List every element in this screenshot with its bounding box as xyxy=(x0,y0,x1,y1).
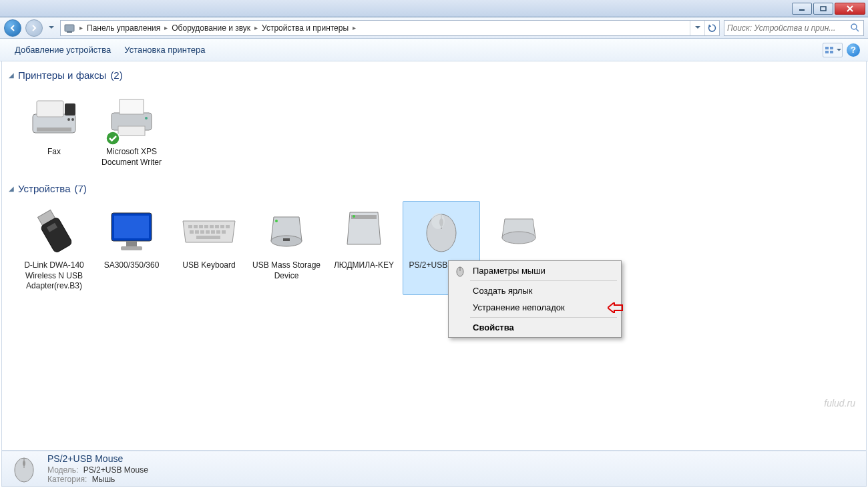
collapse-icon: ◢ xyxy=(9,185,14,192)
command-toolbar: Добавление устройства Установка принтера… xyxy=(0,39,868,61)
breadcrumb-root-arrow[interactable]: ▸ xyxy=(78,24,84,31)
address-bar[interactable]: ▸ Панель управления ▸ Оборудование и зву… xyxy=(60,20,720,36)
context-menu-item-troubleshoot[interactable]: Устранение неполадок xyxy=(450,299,620,316)
device-item-drive[interactable]: ЛЮДМИЛА-KEY xyxy=(325,201,403,295)
device-item-keyboard[interactable]: USB Keyboard xyxy=(170,201,248,295)
devices-items: D-Link DWA-140 Wireless N USB Adapter(re… xyxy=(9,198,859,303)
device-label: SA300/350/360 xyxy=(96,260,167,271)
view-options-button[interactable] xyxy=(823,43,843,57)
group-count: (2) xyxy=(110,69,122,81)
svg-rect-32 xyxy=(215,225,219,228)
device-label: USB Mass Storage Device xyxy=(251,260,322,281)
svg-rect-26 xyxy=(121,246,142,250)
mouse-icon xyxy=(418,208,465,254)
svg-rect-36 xyxy=(195,230,199,234)
breadcrumb-item[interactable]: Оборудование и звук xyxy=(169,23,253,33)
device-label: USB Keyboard xyxy=(174,260,244,271)
svg-rect-37 xyxy=(200,230,204,234)
breadcrumb-arrow[interactable]: ▸ xyxy=(253,24,259,31)
svg-rect-6 xyxy=(830,47,833,49)
svg-point-51 xyxy=(431,213,445,229)
context-menu-item-properties[interactable]: Свойства xyxy=(450,319,620,336)
svg-rect-28 xyxy=(194,225,198,228)
printers-items: Fax Microsoft XPS Document Writer xyxy=(9,85,859,179)
svg-rect-29 xyxy=(199,225,203,228)
monitor-icon xyxy=(105,208,158,254)
svg-rect-12 xyxy=(37,128,71,132)
svg-rect-35 xyxy=(190,230,194,234)
context-menu-label: Устранение неполадок xyxy=(473,302,565,312)
svg-rect-34 xyxy=(226,225,230,228)
add-device-button[interactable]: Добавление устройства xyxy=(8,42,118,57)
svg-rect-31 xyxy=(210,225,214,228)
svg-point-48 xyxy=(353,215,355,218)
content-area: ◢ Принтеры и факсы (2) Fax xyxy=(1,61,867,451)
breadcrumb-arrow[interactable]: ▸ xyxy=(163,24,169,31)
details-pane: PS/2+USB Mouse Модель: PS/2+USB Mouse Ка… xyxy=(1,451,867,487)
nav-history-dropdown[interactable] xyxy=(47,21,56,35)
details-model-label: Модель: xyxy=(47,465,78,475)
group-header-devices[interactable]: ◢ Устройства (7) xyxy=(9,179,859,198)
details-title: PS/2+USB Mouse xyxy=(47,453,160,464)
svg-rect-11 xyxy=(65,103,75,115)
breadcrumb-item[interactable]: Устройства и принтеры xyxy=(259,23,351,33)
window-titlebar xyxy=(0,0,868,17)
breadcrumb-arrow[interactable]: ▸ xyxy=(351,24,357,31)
svg-rect-8 xyxy=(830,51,833,53)
breadcrumb-item[interactable]: Панель управления xyxy=(84,23,163,33)
hdd-icon xyxy=(263,208,310,254)
context-menu-label: Создать ярлык xyxy=(473,286,532,296)
context-menu-label: Свойства xyxy=(473,322,514,332)
device-item-usb-adapter[interactable]: D-Link DWA-140 Wireless N USB Adapter(re… xyxy=(15,201,93,295)
group-title: Принтеры и факсы xyxy=(18,69,106,81)
svg-rect-40 xyxy=(216,230,220,234)
search-icon xyxy=(850,23,861,33)
address-dropdown[interactable] xyxy=(690,21,704,35)
search-box[interactable] xyxy=(724,20,864,36)
highlight-arrow-icon xyxy=(608,302,624,313)
device-item-mass-storage[interactable]: USB Mass Storage Device xyxy=(248,201,325,295)
details-category-label: Категория: xyxy=(47,475,87,484)
device-item-xps-printer[interactable]: Microsoft XPS Document Writer xyxy=(93,87,170,171)
svg-rect-42 xyxy=(196,236,220,239)
collapse-icon: ◢ xyxy=(9,71,14,79)
navigation-bar: ▸ Панель управления ▸ Оборудование и зву… xyxy=(0,17,868,39)
svg-point-14 xyxy=(71,118,74,121)
mouse-small-icon xyxy=(454,265,466,277)
context-menu-item-mouse-settings[interactable]: Параметры мыши xyxy=(450,262,620,279)
svg-rect-5 xyxy=(825,47,829,49)
device-label: Microsoft XPS Document Writer xyxy=(96,147,167,168)
svg-rect-44 xyxy=(283,238,290,241)
back-button[interactable] xyxy=(4,19,21,37)
drive-icon xyxy=(341,204,387,258)
forward-button[interactable] xyxy=(25,19,43,37)
close-button[interactable] xyxy=(835,3,865,15)
minimize-button[interactable] xyxy=(792,3,812,15)
context-menu-item-create-shortcut[interactable]: Создать ярлык xyxy=(450,282,620,299)
svg-point-13 xyxy=(67,118,70,121)
svg-point-18 xyxy=(145,117,148,119)
group-count: (7) xyxy=(74,183,86,194)
group-header-printers[interactable]: ◢ Принтеры и факсы (2) xyxy=(9,65,859,85)
details-model-value: PS/2+USB Mouse xyxy=(83,465,148,475)
context-menu-label: Параметры мыши xyxy=(473,266,546,276)
usb-stick-icon xyxy=(31,204,77,258)
svg-rect-16 xyxy=(120,99,144,114)
devices-icon xyxy=(63,22,75,34)
default-check-icon xyxy=(105,131,120,146)
svg-rect-2 xyxy=(65,25,74,31)
help-button[interactable]: ? xyxy=(847,43,860,57)
svg-rect-41 xyxy=(222,230,226,234)
svg-rect-25 xyxy=(126,241,137,246)
context-menu-separator xyxy=(470,280,617,281)
add-printer-button[interactable]: Установка принтера xyxy=(118,42,212,57)
svg-rect-10 xyxy=(37,101,63,117)
svg-rect-39 xyxy=(211,230,215,234)
svg-rect-38 xyxy=(206,230,210,234)
device-item-monitor[interactable]: SA300/350/360 xyxy=(93,201,170,295)
refresh-button[interactable] xyxy=(704,21,719,35)
svg-rect-30 xyxy=(204,225,208,228)
search-input[interactable] xyxy=(727,23,850,33)
device-item-fax[interactable]: Fax xyxy=(15,87,93,171)
maximize-button[interactable] xyxy=(813,3,833,15)
